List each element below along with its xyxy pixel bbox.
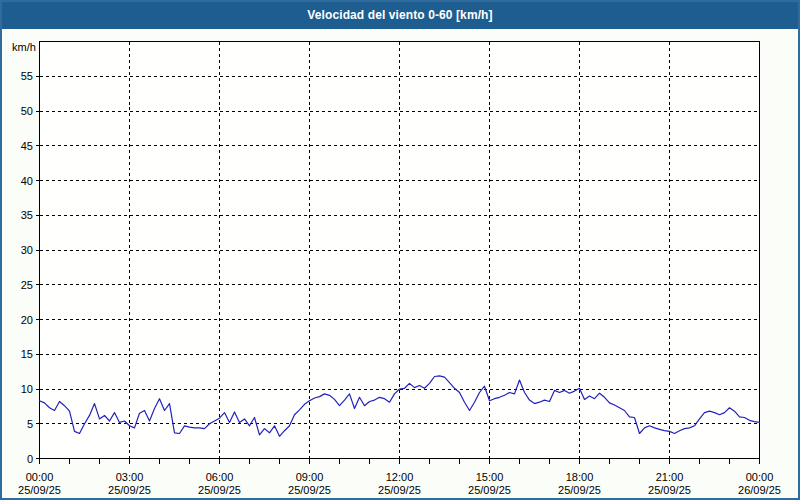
y-tick-label: 5	[27, 418, 33, 430]
x-date-label: 25/09/25	[378, 484, 421, 496]
x-time-label: 12:00	[386, 471, 414, 483]
x-time-label: 03:00	[116, 471, 144, 483]
y-axis-unit-label: km/h	[12, 41, 36, 53]
wind-speed-chart: 051015202530354045505500:0025/09/2503:00…	[0, 0, 800, 500]
x-time-label: 18:00	[566, 471, 594, 483]
y-tick-label: 15	[21, 348, 33, 360]
x-time-label: 00:00	[26, 471, 54, 483]
y-tick-label: 35	[21, 209, 33, 221]
x-date-label: 25/09/25	[468, 484, 511, 496]
x-time-label: 09:00	[296, 471, 324, 483]
y-tick-label: 10	[21, 383, 33, 395]
chart-title: Velocidad del viento 0-60 [km/h]	[307, 8, 492, 22]
y-tick-label: 0	[27, 453, 33, 465]
x-date-label: 25/09/25	[198, 484, 241, 496]
x-time-label: 21:00	[656, 471, 684, 483]
x-date-label: 25/09/25	[18, 484, 61, 496]
chart-title-bar: Velocidad del viento 0-60 [km/h]	[0, 0, 800, 29]
y-tick-label: 45	[21, 140, 33, 152]
y-tick-label: 50	[21, 105, 33, 117]
y-tick-label: 30	[21, 244, 33, 256]
y-tick-label: 40	[21, 175, 33, 187]
y-tick-label: 25	[21, 279, 33, 291]
x-date-label: 25/09/25	[108, 484, 151, 496]
y-tick-label: 20	[21, 314, 33, 326]
x-time-label: 15:00	[476, 471, 504, 483]
x-date-label: 25/09/25	[648, 484, 691, 496]
x-time-label: 00:00	[746, 471, 774, 483]
x-date-label: 25/09/25	[288, 484, 331, 496]
x-time-label: 06:00	[206, 471, 234, 483]
y-tick-label: 55	[21, 70, 33, 82]
x-date-label: 26/09/25	[738, 484, 781, 496]
app-window: Velocidad del viento 0-60 [km/h] 0510152…	[0, 0, 800, 500]
x-date-label: 25/09/25	[558, 484, 601, 496]
